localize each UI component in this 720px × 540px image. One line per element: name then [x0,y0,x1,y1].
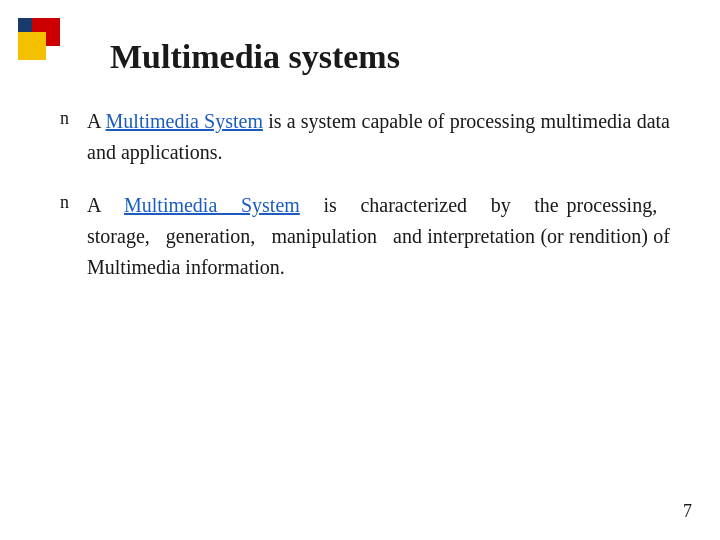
page-number: 7 [683,501,692,522]
logo-yellow-square [18,32,46,60]
bullet-item-1: n A Multimedia System is a system capabl… [60,106,670,168]
bullet-item-2: n A Multimedia System is characterized b… [60,190,670,283]
bullet-marker-1: n [60,108,69,129]
slide-title: Multimedia systems [110,38,670,76]
slide-content: n A Multimedia System is a system capabl… [50,106,670,283]
bullet-text-1: A Multimedia System is a system capable … [87,106,670,168]
slide-container: Multimedia systems n A Multimedia System… [0,0,720,540]
bullet-marker-2: n [60,192,69,213]
multimedia-system-link-1[interactable]: Multimedia System [106,110,263,132]
bullet-text-2: A Multimedia System is characterized by … [87,190,670,283]
logo-squares [18,18,70,70]
multimedia-system-link-2[interactable]: Multimedia System [124,194,300,216]
